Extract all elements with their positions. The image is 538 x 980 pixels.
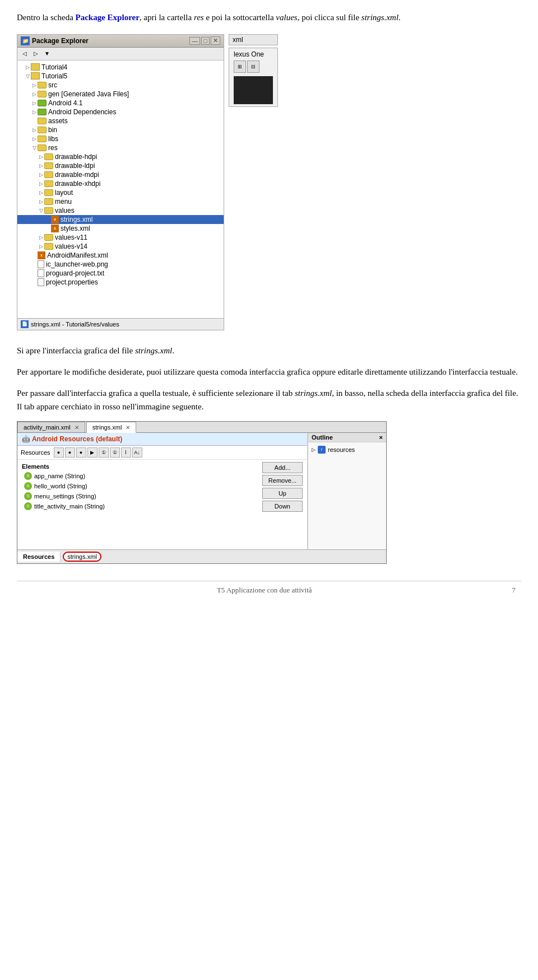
pe-title-icon: 📁	[21, 36, 30, 45]
file-icon-projectprops	[38, 278, 44, 286]
tree-item-bin[interactable]: ▷ bin	[17, 125, 224, 134]
tree-item-values[interactable]: ▽ values	[17, 206, 224, 215]
tree-item-android41[interactable]: ▷ Android 4.1	[17, 99, 224, 108]
ar-tab-activity-main[interactable]: activity_main.xml ✕	[17, 422, 85, 432]
ar-toolbar-btn-1[interactable]: ●	[54, 447, 64, 458]
ar-toolbar-btn-4[interactable]: ▶	[87, 447, 98, 458]
tree-item-menu[interactable]: ▷ menu	[17, 197, 224, 206]
tree-label-values: values	[55, 207, 75, 214]
pe-close-btn[interactable]: ✕	[211, 36, 220, 45]
ar-toolbar-btn-3[interactable]: ●	[76, 447, 86, 458]
tree-item-strings-xml[interactable]: x strings.xml	[17, 215, 224, 224]
tree-item-iclauncher[interactable]: ic_launcher-web.png	[17, 260, 224, 269]
ar-tab-activity-main-label: activity_main.xml	[24, 424, 71, 431]
tree-arrow-values: ▽	[38, 208, 44, 213]
xml-icon-strings: x	[51, 216, 59, 223]
tree-item-src[interactable]: ▷ src	[17, 81, 224, 90]
pe-toolbar-menu-btn[interactable]: ▼	[42, 49, 52, 59]
pe-toolbar-collapse-btn[interactable]: ◁	[20, 49, 30, 59]
tree-item-res[interactable]: ▽ res	[17, 143, 224, 152]
tree-item-drawable-ldpi[interactable]: ▷ drawable-ldpi	[17, 161, 224, 170]
folder-icon-libs	[38, 136, 47, 142]
ar-resources-toolbar: Resources ● ● ● ▶ ① ① Ⅰ A↓	[17, 446, 307, 460]
footer: T5 Applicazione con due attività 7	[17, 581, 521, 595]
tree-label-android-deps: Android Dependencies	[48, 108, 116, 116]
tree-arrow-v14: ▷	[38, 244, 44, 249]
pe-titlebar-controls: — □ ✕	[189, 36, 220, 45]
pe-minimize-btn[interactable]: —	[189, 37, 200, 45]
intro-text3: e poi la sottocartella	[204, 13, 276, 22]
tree-label-v11: values-v11	[55, 234, 87, 241]
ar-tab-strings-xml[interactable]: strings.xml ✕	[86, 422, 137, 433]
ar-down-btn[interactable]: Down	[262, 501, 303, 512]
tree-item-androidmanifest[interactable]: x AndroidManifest.xml	[17, 251, 224, 260]
ar-remove-btn[interactable]: Remove...	[262, 475, 303, 486]
tree-item-layout[interactable]: ▷ layout	[17, 188, 224, 197]
ar-element-menu-settings[interactable]: S menu_settings (String)	[17, 491, 258, 501]
tree-label-ldpi: drawable-ldpi	[55, 162, 95, 170]
ar-strings-xml-tab-circle[interactable]: strings.xml	[63, 552, 101, 562]
tree-item-gen[interactable]: ▷ gen [Generated Java Files]	[17, 90, 224, 99]
tree-item-tutorial4[interactable]: ▷ Tutorial4	[17, 63, 224, 72]
tree-label-gen: gen [Generated Java Files]	[48, 90, 129, 98]
ar-toolbar-btn-sort[interactable]: A↓	[132, 447, 142, 458]
folder-icon-assets	[38, 118, 47, 124]
ar-bottom-tab-strings-xml[interactable]: strings.xml	[61, 550, 104, 563]
ar-up-btn[interactable]: Up	[262, 488, 303, 499]
intro-code2: values	[276, 13, 297, 22]
ar-elem-label-title-main: title_activity_main (String)	[34, 503, 105, 510]
folder-icon-res	[38, 144, 47, 151]
tree-item-assets[interactable]: assets	[17, 116, 224, 125]
tree-item-drawable-hdpi[interactable]: ▷ drawable-hdpi	[17, 152, 224, 161]
body-text-2: Per apportare le modifiche desiderate, p…	[17, 365, 521, 379]
ar-bottom-tab-strings-label: strings.xml	[67, 553, 97, 560]
folder-icon-mdpi	[44, 171, 53, 178]
folder-icon-hdpi	[44, 153, 53, 160]
tree-arrow-res: ▽	[31, 145, 38, 151]
ar-toolbar-btn-2[interactable]: ●	[65, 447, 75, 458]
tree-label-v14: values-v14	[55, 242, 87, 250]
tree-item-drawable-mdpi[interactable]: ▷ drawable-mdpi	[17, 170, 224, 179]
ar-element-app-name[interactable]: S app_name (String)	[17, 471, 258, 481]
tree-item-tutorial5[interactable]: ▽ Tutorial5	[17, 72, 224, 81]
intro-code1: res	[194, 13, 204, 22]
tree-arrow-android41: ▷	[31, 100, 38, 106]
ar-tabs: activity_main.xml ✕ strings.xml ✕	[17, 422, 386, 433]
ar-outline-item-resources[interactable]: ▷ r resources	[312, 446, 383, 454]
ar-outline-title: Outline	[312, 434, 333, 441]
android-resources-window: activity_main.xml ✕ strings.xml ✕ 🤖 Andr…	[17, 421, 387, 564]
nexus-btn-2[interactable]: ⊟	[247, 60, 259, 73]
ar-element-title-main[interactable]: S title_activity_main (String)	[17, 501, 258, 511]
footer-text: T5 Applicazione con due attività	[217, 586, 312, 594]
tree-item-libs[interactable]: ▷ libs	[17, 134, 224, 143]
folder-icon-v14	[44, 243, 53, 250]
ar-tab-strings-close[interactable]: ✕	[126, 424, 130, 431]
tree-item-styles-xml[interactable]: x styles.xml	[17, 224, 224, 233]
tree-item-android-deps[interactable]: ▷ Android Dependencies	[17, 108, 224, 116]
ar-toolbar-btn-5[interactable]: ①	[99, 447, 109, 458]
tree-item-project-props[interactable]: project.properties	[17, 278, 224, 287]
ar-tab-activity-main-close[interactable]: ✕	[75, 424, 79, 431]
tree-label-src: src	[48, 81, 57, 89]
tree-label-hdpi: drawable-hdpi	[55, 153, 97, 161]
pe-toolbar-expand-btn[interactable]: ▷	[31, 49, 41, 59]
ar-outline-arrow: ▷	[312, 447, 316, 452]
folder-icon-values	[44, 207, 53, 214]
ar-element-hello-world[interactable]: S hello_world (String)	[17, 481, 258, 491]
pe-maximize-btn[interactable]: □	[201, 37, 210, 45]
ar-bottom-tab-resources[interactable]: Resources	[17, 552, 61, 562]
ar-toolbar-btn-7[interactable]: Ⅰ	[121, 447, 131, 458]
tree-item-values-v14[interactable]: ▷ values-v14	[17, 242, 224, 251]
tree-item-drawable-xhdpi[interactable]: ▷ drawable-xhdpi	[17, 179, 224, 188]
ar-outline-close-btn[interactable]: ×	[379, 434, 383, 441]
tree-label-menu: menu	[55, 198, 72, 206]
tree-label-tutorial4: Tutorial4	[41, 63, 67, 71]
pe-status-text: strings.xml - Tutorial5/res/values	[31, 321, 119, 328]
nexus-btn-1[interactable]: ⊞	[234, 60, 246, 73]
folder-icon-bin	[38, 127, 47, 133]
ar-add-btn[interactable]: Add...	[262, 462, 303, 473]
ar-toolbar-btn-6[interactable]: ①	[110, 447, 120, 458]
tree-item-proguard[interactable]: proguard-project.txt	[17, 269, 224, 278]
tree-item-values-v11[interactable]: ▷ values-v11	[17, 233, 224, 242]
tree-label-mdpi: drawable-mdpi	[55, 171, 99, 179]
